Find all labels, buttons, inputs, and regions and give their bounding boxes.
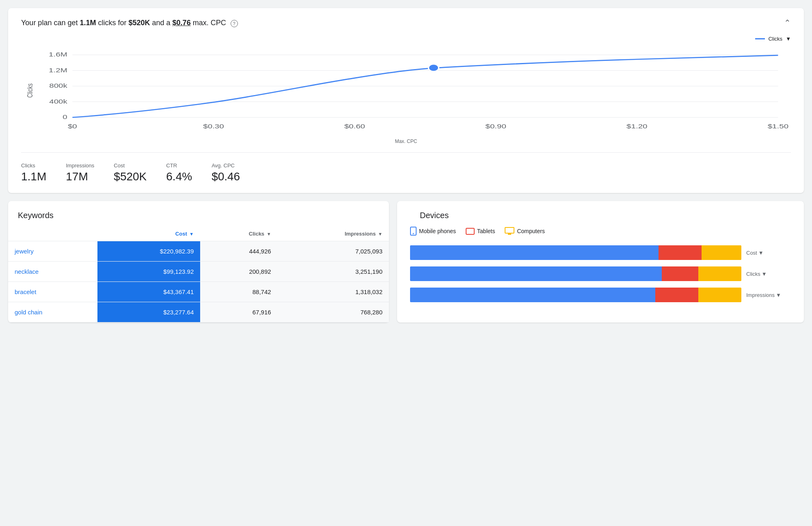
bottom-row: Keywords Cost ▼ Clicks ▼ bbox=[8, 201, 804, 323]
bar-clicks-blue bbox=[410, 266, 662, 281]
table-row: necklace$99,123.92200,8923,251,190 bbox=[8, 262, 389, 282]
devices-legend: Mobile phones Tablets Computers bbox=[410, 227, 791, 236]
col-clicks-label: Clicks bbox=[249, 231, 264, 237]
chart-svg: 1.6M 1.2M 800k 400k 0 Clicks $0 $0.30 $0… bbox=[21, 46, 791, 135]
bar-impressions-label[interactable]: Impressions ▼ bbox=[746, 292, 791, 298]
col-impressions-label: Impressions bbox=[345, 231, 376, 237]
clicks-cell: 444,926 bbox=[200, 241, 277, 262]
legend-computer: Computers bbox=[505, 227, 544, 235]
col-impressions[interactable]: Impressions ▼ bbox=[278, 227, 389, 241]
bar-clicks-dropdown-arrow[interactable]: ▼ bbox=[762, 271, 767, 277]
col-clicks[interactable]: Clicks ▼ bbox=[200, 227, 277, 241]
plan-cost: $520K bbox=[129, 19, 150, 27]
legend-dropdown-arrow[interactable]: ▼ bbox=[786, 36, 791, 42]
stat-cost: Cost $520K bbox=[114, 162, 147, 183]
stat-clicks: Clicks 1.1M bbox=[21, 162, 46, 183]
stat-clicks-label: Clicks bbox=[21, 162, 46, 169]
computer-icon bbox=[505, 227, 514, 235]
svg-point-19 bbox=[413, 233, 414, 234]
bar-cost-track bbox=[410, 245, 741, 260]
bar-clicks-label[interactable]: Clicks ▼ bbox=[746, 271, 791, 277]
keyword-cell[interactable]: necklace bbox=[8, 262, 97, 282]
col-impressions-sort-arrow: ▼ bbox=[378, 232, 382, 236]
svg-point-17 bbox=[428, 64, 438, 71]
bar-cost-red bbox=[659, 245, 702, 260]
stat-avg-cpc-label: Avg. CPC bbox=[212, 162, 240, 169]
legend-tablet: Tablets bbox=[466, 228, 495, 235]
stat-impressions-value: 17M bbox=[66, 170, 94, 183]
svg-text:1.2M: 1.2M bbox=[49, 67, 67, 74]
table-row: bracelet$43,367.4188,7421,318,032 bbox=[8, 282, 389, 302]
help-icon[interactable]: ? bbox=[231, 20, 238, 27]
legend-computer-label: Computers bbox=[517, 228, 544, 234]
plan-clicks-mid: clicks for bbox=[96, 19, 128, 27]
bar-impressions-track bbox=[410, 288, 741, 302]
svg-text:800k: 800k bbox=[49, 82, 67, 89]
plan-cpc-suffix: max. CPC bbox=[191, 19, 226, 27]
plan-header-text: Your plan can get 1.1M clicks for $520K … bbox=[21, 19, 238, 27]
plan-header: Your plan can get 1.1M clicks for $520K … bbox=[21, 18, 791, 28]
bar-impressions-yellow bbox=[698, 288, 741, 302]
svg-rect-21 bbox=[505, 227, 514, 233]
bar-cost-yellow bbox=[702, 245, 741, 260]
svg-rect-20 bbox=[466, 228, 474, 234]
legend-mobile: Mobile phones bbox=[410, 227, 456, 236]
bar-impressions-row: Impressions ▼ bbox=[410, 288, 791, 302]
x-axis-label: Max. CPC bbox=[21, 139, 791, 144]
svg-text:1.6M: 1.6M bbox=[49, 51, 67, 58]
plan-prefix: Your plan can get bbox=[21, 19, 80, 27]
keywords-title: Keywords bbox=[8, 211, 389, 220]
clicks-legend-dropdown[interactable]: Clicks bbox=[768, 36, 782, 42]
plan-cost-mid: and a bbox=[150, 19, 173, 27]
keyword-cell[interactable]: bracelet bbox=[8, 282, 97, 302]
chart-legend: Clicks ▼ bbox=[21, 36, 791, 42]
keywords-table: Cost ▼ Clicks ▼ Impressions ▼ bbox=[8, 227, 389, 323]
bar-clicks-row: Clicks ▼ bbox=[410, 266, 791, 281]
stat-impressions-label: Impressions bbox=[66, 162, 94, 169]
stat-avg-cpc: Avg. CPC $0.46 bbox=[212, 162, 240, 183]
svg-rect-22 bbox=[508, 233, 511, 235]
clicks-cell: 88,742 bbox=[200, 282, 277, 302]
col-cost-sort-arrow: ▼ bbox=[189, 232, 194, 236]
plan-card: Your plan can get 1.1M clicks for $520K … bbox=[8, 8, 804, 193]
stat-ctr: CTR 6.4% bbox=[166, 162, 192, 183]
col-clicks-sort-arrow: ▼ bbox=[267, 232, 271, 236]
col-cost[interactable]: Cost ▼ bbox=[97, 227, 200, 241]
svg-text:$0.30: $0.30 bbox=[203, 123, 224, 130]
impressions-cell: 3,251,190 bbox=[278, 262, 389, 282]
svg-text:$1.50: $1.50 bbox=[768, 123, 789, 130]
keyword-cell[interactable]: jewelry bbox=[8, 241, 97, 262]
impressions-cell: 768,280 bbox=[278, 302, 389, 323]
divider bbox=[21, 152, 791, 153]
col-cost-label: Cost bbox=[175, 231, 187, 237]
legend-tablet-label: Tablets bbox=[477, 228, 495, 234]
keyword-cell[interactable]: gold chain bbox=[8, 302, 97, 323]
svg-text:$0: $0 bbox=[68, 123, 77, 130]
plan-cpc: $0.76 bbox=[173, 19, 191, 27]
svg-text:400k: 400k bbox=[49, 98, 67, 105]
legend-line-icon bbox=[755, 38, 765, 39]
bar-impressions-dropdown-arrow[interactable]: ▼ bbox=[776, 292, 781, 298]
chart-area: 1.6M 1.2M 800k 400k 0 Clicks $0 $0.30 $0… bbox=[21, 46, 791, 135]
bar-clicks-red bbox=[662, 266, 698, 281]
tablet-icon bbox=[466, 228, 475, 235]
col-keyword bbox=[8, 227, 97, 241]
stat-cost-label: Cost bbox=[114, 162, 147, 169]
stat-ctr-value: 6.4% bbox=[166, 170, 192, 183]
bar-cost-dropdown-arrow[interactable]: ▼ bbox=[758, 250, 764, 256]
bar-cost-label[interactable]: Cost ▼ bbox=[746, 250, 791, 256]
clicks-cell: 200,892 bbox=[200, 262, 277, 282]
devices-card: Devices Mobile phones Tablets bbox=[397, 201, 804, 323]
cost-cell: $99,123.92 bbox=[97, 262, 200, 282]
impressions-cell: 1,318,032 bbox=[278, 282, 389, 302]
impressions-cell: 7,025,093 bbox=[278, 241, 389, 262]
bar-clicks-yellow bbox=[698, 266, 741, 281]
stats-row: Clicks 1.1M Impressions 17M Cost $520K C… bbox=[21, 159, 791, 183]
bar-cost-row: Cost ▼ bbox=[410, 245, 791, 260]
collapse-button[interactable]: ⌃ bbox=[784, 18, 791, 28]
devices-title: Devices bbox=[410, 211, 791, 220]
bar-cost-blue bbox=[410, 245, 659, 260]
svg-text:0: 0 bbox=[63, 114, 67, 120]
svg-text:$0.60: $0.60 bbox=[344, 123, 365, 130]
cost-cell: $220,982.39 bbox=[97, 241, 200, 262]
